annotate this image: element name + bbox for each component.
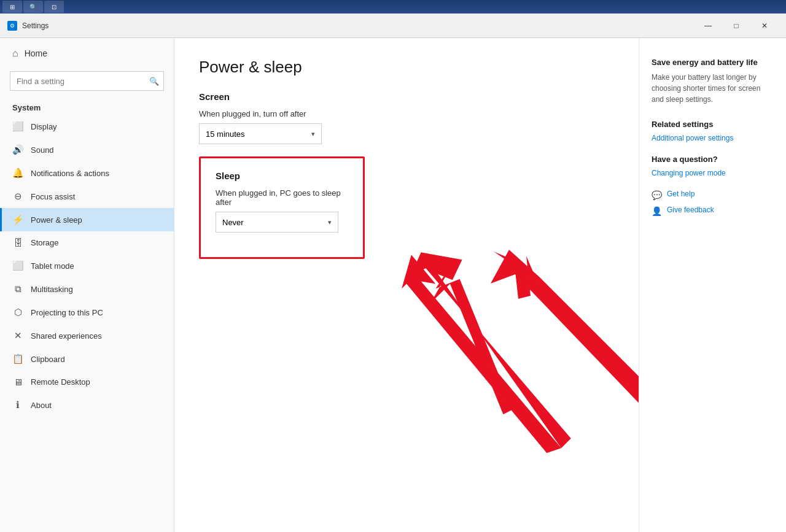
sidebar-item-multitasking[interactable]: ⧉ Multitasking [0,277,174,301]
sidebar-item-about-label: About [31,401,52,410]
sidebar-item-sound[interactable]: 🔊 Sound [0,138,174,161]
storage-icon: 🗄 [12,237,23,248]
tip-text: Make your battery last longer by choosin… [652,72,774,105]
search-input[interactable] [10,71,164,91]
get-help-item[interactable]: 💬 Get help [652,190,774,201]
sidebar-item-focus-label: Focus assist [31,192,75,201]
maximize-button[interactable]: □ [722,13,750,38]
sleep-timeout-value: Never [222,218,244,227]
sidebar-item-notifications-label: Notifications & actions [31,169,109,178]
question-section: Have a question? Changing power mode [652,155,774,177]
search-icon: 🔍 [149,77,159,86]
power-icon: ⚡ [12,214,23,225]
screen-timeout-dropdown[interactable]: 15 minutes ▾ [199,123,322,144]
sidebar-item-remote-desktop[interactable]: 🖥 Remote Desktop [0,371,174,393]
sidebar-item-power-label: Power & sleep [31,215,82,225]
sidebar-home-label: Home [25,48,47,58]
page-title: Power & sleep [199,58,614,77]
related-settings-title: Related settings [652,120,774,129]
home-icon: ⌂ [12,48,18,59]
sleep-section-title: Sleep [216,171,348,181]
sidebar-item-storage-label: Storage [31,238,59,247]
sidebar-item-display-label: Display [31,122,57,131]
sleep-setting-label: When plugged in, PC goes to sleep after [216,188,348,207]
sidebar-item-shared-label: Shared experiences [31,331,102,341]
sidebar-item-projecting-label: Projecting to this PC [31,308,103,317]
give-feedback-icon: 👤 [652,206,662,216]
tip-title: Save energy and battery life [652,58,774,67]
changing-power-link[interactable]: Changing power mode [652,169,774,177]
taskbar-icon-1: ⊞ [2,1,22,13]
sidebar-item-tablet-mode[interactable]: ⬜ Tablet mode [0,254,174,277]
sound-icon: 🔊 [12,144,23,155]
tablet-icon: ⬜ [12,260,23,271]
give-feedback-item[interactable]: 👤 Give feedback [652,206,774,217]
sleep-dropdown-arrow: ▾ [328,218,332,226]
screen-section-title: Screen [199,91,614,102]
minimize-button[interactable]: — [694,13,722,38]
sleep-section-box: Sleep When plugged in, PC goes to sleep … [199,156,365,259]
sidebar-item-display[interactable]: ⬜ Display [0,115,174,138]
sidebar-item-clipboard[interactable]: 📋 Clipboard [0,347,174,371]
window-title: Settings [22,21,49,30]
related-settings-section: Related settings Additional power settin… [652,120,774,142]
get-help-link[interactable]: Get help [667,190,695,198]
clipboard-icon: 📋 [12,353,23,364]
settings-app-icon: ⚙ [7,21,17,31]
taskbar-icons: ⊞ 🔍 ⊡ [0,1,66,13]
right-panel: Save energy and battery life Make your b… [639,38,786,532]
svg-marker-5 [494,252,537,299]
sidebar-item-remote-label: Remote Desktop [31,377,90,387]
screen-dropdown-arrow: ▾ [311,130,315,138]
remote-icon: 🖥 [12,377,23,387]
title-bar-controls: — □ ✕ [694,13,779,38]
about-icon: ℹ [12,399,23,411]
multitasking-icon: ⧉ [12,283,23,295]
focus-assist-icon: ⊖ [12,191,23,202]
svg-marker-2 [402,255,561,453]
sidebar-item-projecting[interactable]: ⬡ Projecting to this PC [0,301,174,324]
screen-timeout-value: 15 minutes [206,129,245,139]
search-box: 🔍 [10,71,164,91]
sidebar: ⌂ Home 🔍 System ⬜ Display 🔊 Sound 🔔 No [0,38,174,532]
svg-marker-4 [491,250,639,504]
sidebar-item-storage[interactable]: 🗄 Storage [0,231,174,254]
sidebar-item-power-sleep[interactable]: ⚡ Power & sleep [0,208,174,231]
svg-marker-1 [411,252,571,448]
question-title: Have a question? [652,155,774,164]
display-icon: ⬜ [12,121,23,132]
sidebar-item-shared-experiences[interactable]: ✕ Shared experiences [0,324,174,347]
title-bar-left: ⚙ Settings [7,21,49,31]
notifications-icon: 🔔 [12,168,23,179]
sidebar-item-about[interactable]: ℹ About [0,393,174,417]
settings-window: ⚙ Settings — □ ✕ ⌂ Home 🔍 System [0,13,786,532]
sidebar-item-sound-label: Sound [31,145,54,155]
sleep-timeout-dropdown[interactable]: Never ▾ [216,212,338,233]
taskbar-icon-3: ⊡ [44,1,64,13]
main-content: ⌂ Home 🔍 System ⬜ Display 🔊 Sound 🔔 No [0,38,786,532]
projecting-icon: ⬡ [12,307,23,318]
sidebar-home-item[interactable]: ⌂ Home [0,38,174,69]
system-section-label: System [0,98,174,115]
taskbar: ⊞ 🔍 ⊡ [0,0,786,13]
screen-setting-label: When plugged in, turn off after [199,109,614,118]
close-button[interactable]: ✕ [750,13,779,38]
sidebar-item-tablet-label: Tablet mode [31,261,74,271]
sidebar-item-clipboard-label: Clipboard [31,355,65,364]
shared-icon: ✕ [12,330,23,341]
red-arrow-svg [356,161,639,529]
sidebar-item-focus-assist[interactable]: ⊖ Focus assist [0,185,174,208]
get-help-icon: 💬 [652,190,662,200]
additional-power-link[interactable]: Additional power settings [652,134,774,142]
content-area: Power & sleep Screen When plugged in, tu… [174,38,639,532]
sidebar-item-multitasking-label: Multitasking [31,285,73,294]
give-feedback-link[interactable]: Give feedback [667,206,714,214]
sidebar-item-notifications[interactable]: 🔔 Notifications & actions [0,161,174,185]
title-bar: ⚙ Settings — □ ✕ [0,13,786,38]
taskbar-icon-2: 🔍 [23,1,43,13]
svg-marker-0 [430,260,513,414]
